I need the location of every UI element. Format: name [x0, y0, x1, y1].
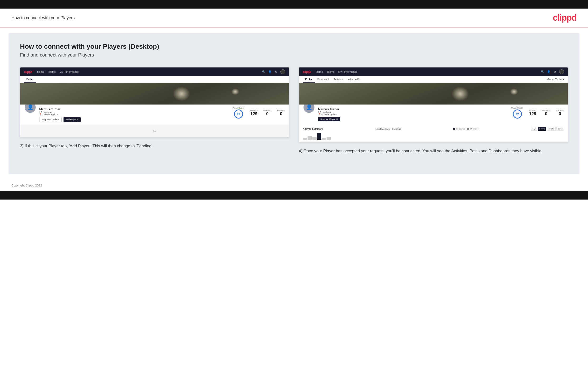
chart-bar-6: [327, 137, 331, 140]
add-player-button[interactable]: Add Player +: [63, 117, 81, 122]
activity-header: Activity Summary Monthly Activity · 6 Mo…: [303, 127, 564, 131]
right-description: 4) Once your Player has accepted your re…: [299, 148, 568, 154]
left-navbar: clippd Home Teams My Performance 🔍 👤 ⚙: [20, 67, 289, 76]
right-search-icon[interactable]: 🔍: [541, 70, 545, 74]
right-quality-label: Player Quality: [511, 107, 523, 109]
right-location: 📍 United Kingdom: [318, 113, 509, 116]
page-subtitle: Find and connect with your Players: [20, 52, 568, 58]
right-navbar: clippd Home Teams My Performance 🔍 👤 ⚙: [299, 67, 568, 76]
right-tab-activities[interactable]: Activities: [331, 76, 345, 83]
golf-course-image: [20, 83, 289, 105]
left-followers-value: 0: [266, 111, 268, 117]
left-profile-details: Marcus Turner 1-5 Handicap 📍 United King…: [39, 107, 230, 122]
player-selector[interactable]: Marcus Turner ▾: [547, 76, 564, 83]
left-profile-info: 👤 Marcus Turner 1-5 Handicap 📍 United Ki…: [20, 105, 289, 125]
activity-title: Activity Summary: [303, 128, 323, 130]
right-nav-icons: 🔍 👤 ⚙: [541, 69, 564, 74]
right-profile-details: Marcus Turner 1-5 Handicap 📍 United King…: [318, 107, 509, 121]
legend-off-course: Off course: [467, 128, 479, 130]
activity-period: Monthly Activity · 6 Months: [375, 128, 401, 130]
right-following-value: 0: [559, 111, 561, 117]
left-following-stat: Following 0: [277, 109, 285, 117]
request-follow-button[interactable]: Request to Follow: [39, 117, 62, 122]
left-following-label: Following: [277, 109, 285, 111]
right-nav-home[interactable]: Home: [316, 70, 323, 73]
left-player-name: Marcus Turner: [39, 107, 230, 111]
right-activities-value: 129: [529, 111, 536, 117]
left-quality-label: Player Quality: [233, 107, 244, 109]
left-player-quality: Player Quality 92: [233, 107, 244, 118]
page-title: How to connect with your Players (Deskto…: [20, 43, 568, 50]
left-following-value: 0: [280, 111, 282, 117]
clippd-logo: clippd: [553, 13, 577, 23]
right-avatar-person-icon: 👤: [306, 104, 312, 110]
right-player-name: Marcus Turner: [318, 107, 509, 111]
left-description: 3) If this is your Player tap, 'Add Play…: [20, 143, 289, 149]
right-settings-icon[interactable]: ⚙: [553, 70, 557, 74]
left-followers-label: Followers: [263, 109, 271, 111]
chart-bar-1: [303, 138, 307, 140]
footer: Copyright Clippd 2022: [0, 180, 588, 191]
chart-bar-4: [317, 133, 321, 140]
person-icon[interactable]: 👤: [268, 70, 272, 74]
bottom-bar: [0, 191, 588, 200]
right-activities-stat: Activities 129: [529, 109, 536, 117]
activity-legend: On course Off course: [453, 128, 479, 130]
right-nav-items: Home Teams My Performance: [316, 70, 536, 73]
left-screenshot-bottom: ✂: [20, 125, 289, 137]
legend-on-course: On course: [453, 128, 465, 130]
period-buttons: 1 yr 6 mths 3 mths 1 mth: [531, 127, 564, 131]
right-stats-row: Player Quality 92 Activities 129 Followe…: [511, 107, 564, 118]
scissors-icon: ✂: [153, 129, 156, 134]
left-nav-teams[interactable]: Teams: [48, 70, 56, 73]
left-activities-stat: Activities 129: [250, 109, 258, 117]
right-tab-profile[interactable]: Profile: [303, 76, 315, 83]
activity-summary: Activity Summary Monthly Activity · 6 Mo…: [299, 125, 568, 142]
right-person-icon[interactable]: 👤: [547, 70, 551, 74]
right-profile-info: 👤 Marcus Turner 1-5 Handicap 📍 United Ki…: [299, 105, 568, 125]
left-nav-performance[interactable]: My Performance: [60, 70, 79, 73]
copyright-text: Copyright Clippd 2022: [11, 184, 42, 187]
period-1mth[interactable]: 1 mth: [556, 127, 564, 131]
right-tabs-left: Profile Dashboard Activities What To On: [303, 76, 363, 83]
header-title: How to connect with your Players: [11, 16, 75, 20]
right-nav-performance[interactable]: My Performance: [338, 70, 357, 73]
left-location: 📍 United Kingdom: [39, 113, 230, 116]
chart-bar-5: [322, 138, 326, 140]
right-followers-label: Followers: [542, 109, 550, 111]
right-hero-image: [299, 83, 568, 105]
tab-profile[interactable]: Profile: [24, 76, 36, 83]
left-tabs: Profile: [20, 76, 289, 83]
right-tab-dashboard[interactable]: Dashboard: [315, 76, 331, 83]
right-avatar-circle[interactable]: [559, 69, 564, 74]
left-screenshot-col: clippd Home Teams My Performance 🔍 👤 ⚙: [20, 67, 289, 154]
search-icon[interactable]: 🔍: [262, 70, 266, 74]
period-1yr[interactable]: 1 yr: [531, 127, 537, 131]
close-icon: ✕: [336, 118, 338, 120]
right-followers-value: 0: [545, 111, 547, 117]
header: How to connect with your Players clippd: [0, 8, 588, 28]
right-golf-course-image: [299, 83, 568, 105]
left-nav-items: Home Teams My Performance: [37, 70, 257, 73]
left-handicap: 1-5 Handicap: [39, 111, 230, 113]
right-following-stat: Following 0: [556, 109, 564, 117]
right-activities-label: Activities: [529, 109, 536, 111]
period-6mths[interactable]: 6 mths: [538, 127, 546, 131]
right-nav-teams[interactable]: Teams: [327, 70, 334, 73]
remove-player-button[interactable]: Remove Player ✕: [318, 117, 340, 121]
right-tab-whattoon[interactable]: What To On: [346, 76, 363, 83]
right-player-quality: Player Quality 92: [511, 107, 523, 118]
left-nav-home[interactable]: Home: [37, 70, 44, 73]
right-quality-circle: 92: [513, 109, 522, 118]
settings-icon[interactable]: ⚙: [274, 70, 278, 74]
right-followers-stat: Followers 0: [542, 109, 550, 117]
top-bar: [0, 0, 588, 8]
avatar-circle[interactable]: [280, 69, 285, 74]
main-content: How to connect with your Players (Deskto…: [9, 33, 579, 174]
left-quality-circle: 92: [234, 109, 243, 118]
left-activities-label: Activities: [250, 109, 258, 111]
right-handicap: 1-5 Handicap: [318, 111, 509, 113]
avatar-person-icon: 👤: [27, 104, 34, 110]
period-3mths[interactable]: 3 mths: [547, 127, 556, 131]
left-stats-row: Player Quality 92 Activities 129 Followe…: [233, 107, 285, 118]
